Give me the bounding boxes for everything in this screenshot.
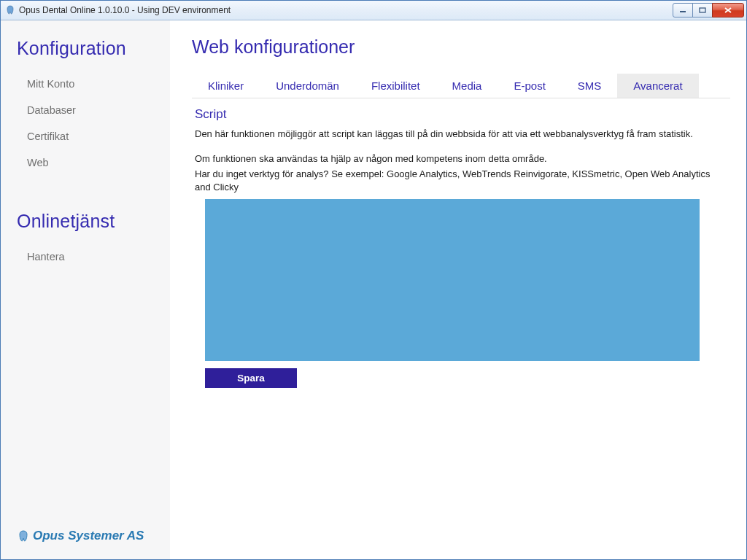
svg-rect-1: [700, 8, 705, 12]
svg-rect-0: [680, 11, 686, 12]
panel-heading: Script: [192, 103, 730, 128]
panel-description-1: Den här funktionen möjliggör att script …: [192, 128, 730, 144]
brand-icon: [17, 529, 30, 542]
minimize-button[interactable]: [673, 3, 693, 18]
sidebar-section-onlinetjanst: Onlinetjänst Hantera: [17, 211, 157, 270]
page-title: Web konfigurationer: [192, 36, 730, 58]
tab-underdoman[interactable]: Underdomän: [260, 74, 355, 98]
sidebar-item-mitt-konto[interactable]: Mitt Konto: [17, 71, 157, 97]
sidebar-heading: Konfiguration: [17, 38, 157, 59]
tab-kliniker[interactable]: Kliniker: [192, 74, 260, 98]
app-icon: [5, 5, 15, 15]
sidebar-section-konfiguration: Konfiguration Mitt Konto Databaser Certi…: [17, 38, 157, 176]
close-button[interactable]: [712, 3, 744, 18]
minimize-icon: [679, 7, 686, 13]
brand: Opus Systemer AS: [17, 529, 157, 552]
script-input[interactable]: [205, 199, 700, 361]
window-title: Opus Dental Online 1.0.10.0 - Using DEV …: [19, 5, 231, 15]
panel-description-3: Har du inget verktyg för analys? Se exem…: [192, 168, 730, 196]
sidebar-item-databaser[interactable]: Databaser: [17, 97, 157, 123]
tab-avancerat[interactable]: Avancerat: [617, 74, 698, 98]
sidebar: Konfiguration Mitt Konto Databaser Certi…: [1, 20, 170, 559]
window-controls: [673, 3, 744, 18]
tab-bar: Kliniker Underdomän Flexibilitet Media E…: [192, 74, 730, 98]
advanced-panel: Script Den här funktionen möjliggör att …: [192, 98, 730, 388]
maximize-button[interactable]: [692, 3, 713, 18]
panel-description-2: Om funktionen ska användas ta hjälp av n…: [192, 152, 730, 168]
sidebar-heading: Onlinetjänst: [17, 211, 157, 232]
tab-sms[interactable]: SMS: [562, 74, 618, 98]
window-titlebar: Opus Dental Online 1.0.10.0 - Using DEV …: [1, 1, 746, 20]
save-button[interactable]: Spara: [205, 368, 297, 388]
sidebar-item-hantera[interactable]: Hantera: [17, 244, 157, 270]
close-icon: [724, 7, 732, 14]
tab-media[interactable]: Media: [436, 74, 498, 98]
tab-flexibilitet[interactable]: Flexibilitet: [355, 74, 436, 98]
brand-text: Opus Systemer AS: [33, 529, 144, 543]
main-content: Web konfigurationer Kliniker Underdomän …: [170, 20, 746, 559]
tab-epost[interactable]: E-post: [498, 74, 561, 98]
maximize-icon: [699, 7, 706, 13]
sidebar-item-certifikat[interactable]: Certifikat: [17, 123, 157, 149]
sidebar-item-web[interactable]: Web: [17, 149, 157, 176]
